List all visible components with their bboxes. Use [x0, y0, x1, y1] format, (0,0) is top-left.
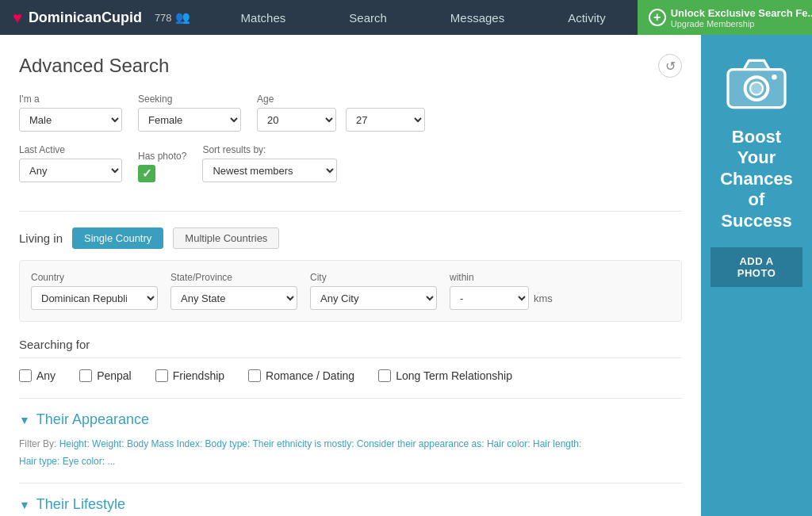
single-country-tab[interactable]: Single Country — [72, 227, 163, 249]
search-friendship-item[interactable]: Friendship — [155, 369, 224, 382]
kms-label: kms — [534, 292, 553, 304]
plus-icon: + — [649, 9, 666, 26]
country-group: Country Dominican Republic — [31, 272, 158, 310]
form-row-2: Last Active Any Has photo? Sort results … — [19, 144, 682, 182]
filter-height[interactable]: Height: — [59, 438, 90, 449]
appearance-filters: Filter By: Height: Weight: Body Mass Ind… — [19, 436, 682, 470]
member-count: 778 👥 — [155, 10, 190, 25]
has-photo-label: Has photo? — [138, 151, 186, 162]
navbar: ♥ DominicanCupid 778 👥 Matches Search Me… — [0, 0, 812, 35]
checkbox-row: Any Penpal Friendship Romance / Dating L… — [19, 369, 682, 382]
lifestyle-chevron-icon: ▼ — [19, 499, 30, 511]
search-penpal-label: Penpal — [97, 369, 132, 382]
count-value: 778 — [155, 12, 172, 24]
nav-matches[interactable]: Matches — [209, 0, 318, 35]
upgrade-text: Unlock Exclusive Search Fe... Upgrade Me… — [671, 7, 812, 29]
city-group: City Any City — [310, 272, 437, 310]
city-select[interactable]: Any City — [310, 286, 437, 310]
filter-eyecolor[interactable]: Eye color: — [63, 456, 105, 467]
sort-select[interactable]: Newest members — [202, 159, 337, 182]
search-friendship-checkbox[interactable] — [155, 369, 168, 382]
nav-activity[interactable]: Activity — [536, 0, 638, 35]
has-photo-group: Has photo? — [138, 151, 186, 182]
sort-group: Sort results by: Newest members — [202, 144, 337, 182]
svg-point-2 — [750, 82, 763, 95]
living-in-label: Living in — [19, 231, 63, 245]
searching-for-title: Searching for — [19, 338, 682, 358]
age-group: Age 20 27 — [257, 94, 425, 132]
sidebar-ad: Boost Your Chances of Success ADD A PHOT… — [701, 35, 812, 516]
nav-search[interactable]: Search — [317, 0, 419, 35]
last-active-group: Last Active Any — [19, 144, 122, 182]
living-in-header: Living in Single Country Multiple Countr… — [19, 227, 682, 249]
page-layout: Advanced Search ↺ I'm a Male Seeking Fem… — [0, 35, 812, 516]
svg-point-3 — [772, 75, 776, 79]
within-row: - kms — [450, 286, 553, 310]
nav-messages[interactable]: Messages — [419, 0, 536, 35]
camera-icon — [725, 55, 788, 110]
age-label: Age — [257, 94, 425, 105]
searching-for-section: Searching for Any Penpal Friendship Roma… — [19, 338, 682, 382]
heart-icon: ♥ — [13, 9, 22, 27]
reset-button[interactable]: ↺ — [658, 54, 682, 78]
country-select[interactable]: Dominican Republic — [31, 286, 158, 310]
appearance-section: ▼ Their Appearance Filter By: Height: We… — [19, 398, 682, 470]
filter-appearance[interactable]: Consider their appearance as: — [357, 438, 485, 449]
form-row-1: I'm a Male Seeking Female Age 20 — [19, 94, 682, 132]
filter-weight[interactable]: Weight: — [92, 438, 124, 449]
search-longterm-checkbox[interactable] — [378, 369, 391, 382]
appearance-header[interactable]: ▼ Their Appearance — [19, 411, 682, 428]
living-in-section: Living in Single Country Multiple Countr… — [19, 227, 682, 322]
search-penpal-item[interactable]: Penpal — [79, 369, 132, 382]
page-title: Advanced Search — [19, 55, 169, 77]
lifestyle-header[interactable]: ▼ Their Lifestyle — [19, 496, 682, 513]
has-photo-checkbox[interactable] — [138, 165, 155, 182]
age-range: 20 27 — [257, 108, 425, 132]
filter-bodytype[interactable]: Body type: — [205, 438, 251, 449]
city-label: City — [310, 272, 437, 283]
logo[interactable]: ♥ DominicanCupid — [13, 9, 142, 27]
search-penpal-checkbox[interactable] — [79, 369, 92, 382]
search-romance-item[interactable]: Romance / Dating — [248, 369, 354, 382]
search-longterm-item[interactable]: Long Term Relationship — [378, 369, 512, 382]
search-any-item[interactable]: Any — [19, 369, 56, 382]
last-active-select[interactable]: Any — [19, 159, 122, 182]
upgrade-sub: Upgrade Membership — [671, 19, 812, 29]
filter-hairtype[interactable]: Hair type: — [19, 456, 59, 467]
within-select[interactable]: - — [450, 286, 529, 310]
search-longterm-label: Long Term Relationship — [396, 369, 512, 382]
filter-ethnicity[interactable]: Their ethnicity is mostly: — [252, 438, 354, 449]
country-label: Country — [31, 272, 158, 283]
people-icon: 👥 — [175, 10, 190, 25]
age-to-select[interactable]: 27 — [346, 108, 425, 132]
search-romance-checkbox[interactable] — [248, 369, 261, 382]
lifestyle-title: Their Lifestyle — [36, 496, 125, 513]
filter-by-label: Filter By: — [19, 438, 56, 449]
multiple-countries-tab[interactable]: Multiple Countries — [173, 227, 279, 249]
ima-select[interactable]: Male — [19, 108, 122, 132]
filter-more[interactable]: ... — [107, 456, 115, 467]
filter-hairlength[interactable]: Hair length: — [533, 438, 581, 449]
last-active-label: Last Active — [19, 144, 122, 155]
search-romance-label: Romance / Dating — [266, 369, 354, 382]
add-photo-button[interactable]: ADD A PHOTO — [710, 247, 802, 287]
search-any-checkbox[interactable] — [19, 369, 32, 382]
upgrade-main: Unlock Exclusive Search Fe... — [671, 7, 812, 19]
upgrade-banner[interactable]: + Unlock Exclusive Search Fe... Upgrade … — [638, 0, 812, 35]
main-content: Advanced Search ↺ I'm a Male Seeking Fem… — [0, 35, 701, 516]
seeking-label: Seeking — [138, 94, 241, 105]
sort-label: Sort results by: — [202, 144, 337, 155]
within-label: within — [450, 272, 553, 283]
logo-text: DominicanCupid — [29, 10, 142, 26]
location-row: Country Dominican Republic State/Provinc… — [19, 260, 682, 322]
filter-bmi[interactable]: Body Mass Index: — [127, 438, 202, 449]
age-from-select[interactable]: 20 — [257, 108, 336, 132]
seeking-select[interactable]: Female — [138, 108, 241, 132]
filter-haircolor[interactable]: Hair color: — [487, 438, 530, 449]
state-label: State/Province — [170, 272, 297, 283]
state-select[interactable]: Any State — [170, 286, 297, 310]
basic-filters-section: I'm a Male Seeking Female Age 20 — [19, 94, 682, 212]
ima-label: I'm a — [19, 94, 122, 105]
seeking-group: Seeking Female — [138, 94, 241, 132]
ad-headline: Boost Your Chances of Success — [710, 127, 802, 231]
